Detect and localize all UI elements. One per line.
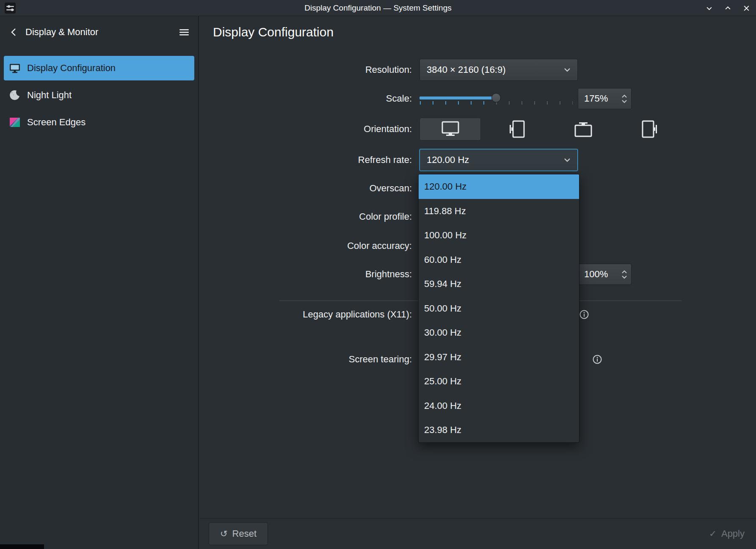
- orientation-button-group: [419, 118, 680, 141]
- sidebar-header-title: Display & Monitor: [25, 27, 173, 38]
- hamburger-menu-icon[interactable]: [179, 27, 190, 38]
- dropdown-option[interactable]: 24.00 Hz: [419, 394, 579, 418]
- monitor-portrait-right-icon: [640, 119, 659, 139]
- minimize-icon[interactable]: [705, 4, 713, 12]
- resolution-label: Resolution:: [212, 63, 412, 76]
- spin-up-icon[interactable]: [621, 270, 627, 274]
- resolution-value: 3840 × 2160 (16:9): [427, 64, 506, 75]
- reset-button[interactable]: ↺ Reset: [209, 522, 268, 545]
- brightness-label: Brightness:: [212, 268, 412, 281]
- window-title: Display Configuration — System Settings: [0, 0, 756, 16]
- scale-slider[interactable]: [419, 90, 573, 107]
- undo-icon: ↺: [220, 529, 228, 539]
- night-light-icon: [9, 89, 21, 101]
- orientation-landscape-button[interactable]: [419, 118, 481, 141]
- sidebar-item-label: Night Light: [27, 90, 72, 101]
- spin-down-icon[interactable]: [621, 99, 627, 103]
- slider-handle[interactable]: [491, 93, 501, 102]
- background-window-fragment: [0, 544, 44, 549]
- monitor-icon: [9, 62, 21, 74]
- resolution-combobox[interactable]: 3840 × 2160 (16:9): [419, 59, 578, 81]
- chevron-down-icon: [564, 68, 571, 72]
- scale-value: 175%: [584, 93, 608, 104]
- refresh-rate-combobox[interactable]: 120.00 Hz: [419, 149, 578, 171]
- spinbox-arrows: [621, 270, 627, 279]
- window-controls: [705, 0, 750, 16]
- monitor-portrait-left-icon: [508, 119, 526, 139]
- orientation-landscape-flipped-button[interactable]: [552, 118, 614, 141]
- sidebar-item-display-configuration[interactable]: Display Configuration: [4, 56, 194, 80]
- spinbox-arrows: [621, 94, 627, 103]
- scale-spinbox[interactable]: 175%: [578, 88, 632, 109]
- sidebar-list: Display Configuration Night Light: [0, 48, 198, 135]
- reset-button-label: Reset: [232, 528, 257, 539]
- legacy-apps-info-icon[interactable]: [579, 309, 589, 320]
- refresh-rate-label: Refresh rate:: [212, 154, 412, 166]
- sidebar-item-screen-edges[interactable]: Screen Edges: [4, 110, 194, 135]
- orientation-portrait-right-button[interactable]: [619, 118, 680, 141]
- back-icon[interactable]: [8, 27, 19, 38]
- overscan-label: Overscan:: [212, 182, 412, 195]
- dropdown-option[interactable]: 119.88 Hz: [419, 199, 579, 223]
- orientation-portrait-left-button[interactable]: [486, 118, 547, 141]
- sidebar-item-night-light[interactable]: Night Light: [4, 83, 194, 108]
- legacy-apps-label: Legacy applications (X11):: [212, 308, 412, 321]
- brightness-value: 100%: [584, 269, 608, 280]
- page-title: Display Configuration: [213, 16, 334, 48]
- apply-button[interactable]: ✓ Apply: [706, 522, 747, 545]
- screen-tearing-label: Screen tearing:: [212, 353, 412, 366]
- spin-up-icon[interactable]: [621, 94, 627, 98]
- screen-tearing-info-icon[interactable]: [592, 354, 602, 364]
- footer-bar: ↺ Reset ✓ Apply: [200, 518, 756, 549]
- dropdown-option[interactable]: 23.98 Hz: [419, 418, 579, 442]
- dropdown-option[interactable]: 30.00 Hz: [419, 320, 579, 345]
- refresh-rate-dropdown: 120.00 Hz 119.88 Hz 100.00 Hz 60.00 Hz 5…: [418, 174, 579, 443]
- dropdown-option[interactable]: 60.00 Hz: [419, 248, 579, 272]
- dropdown-option[interactable]: 59.94 Hz: [419, 272, 579, 296]
- dropdown-option[interactable]: 29.97 Hz: [419, 345, 579, 370]
- chevron-down-icon: [564, 158, 571, 162]
- scale-label: Scale:: [212, 92, 412, 105]
- dropdown-option[interactable]: 120.00 Hz: [419, 174, 579, 199]
- monitor-landscape-icon: [440, 121, 461, 138]
- sidebar-header: Display & Monitor: [0, 16, 198, 48]
- titlebar: Display Configuration — System Settings: [0, 0, 756, 16]
- checkmark-icon: ✓: [709, 529, 717, 539]
- slider-fill-overlay: [419, 97, 496, 99]
- dropdown-option[interactable]: 25.00 Hz: [419, 369, 579, 394]
- slider-ticks-right: [496, 101, 573, 105]
- apply-button-label: Apply: [721, 528, 745, 539]
- sidebar-item-label: Display Configuration: [27, 63, 116, 74]
- dropdown-option[interactable]: 100.00 Hz: [419, 223, 579, 248]
- color-accuracy-label: Color accuracy:: [212, 240, 412, 252]
- close-icon[interactable]: [742, 4, 750, 12]
- sidebar: Display & Monitor: [0, 16, 199, 549]
- color-profile-label: Color profile:: [212, 210, 412, 223]
- brightness-spinbox[interactable]: 100%: [578, 264, 632, 285]
- spin-down-icon[interactable]: [621, 275, 627, 279]
- slider-ticks-left: [420, 101, 497, 105]
- orientation-label: Orientation:: [212, 123, 412, 135]
- refresh-rate-value: 120.00 Hz: [427, 154, 469, 166]
- dropdown-option[interactable]: 50.00 Hz: [419, 296, 579, 321]
- monitor-landscape-flipped-icon: [573, 121, 593, 138]
- maximize-icon[interactable]: [724, 4, 731, 12]
- app-window: Display Configuration — System Settings …: [0, 0, 756, 549]
- sidebar-item-label: Screen Edges: [27, 117, 86, 128]
- screen-edges-icon: [9, 116, 21, 128]
